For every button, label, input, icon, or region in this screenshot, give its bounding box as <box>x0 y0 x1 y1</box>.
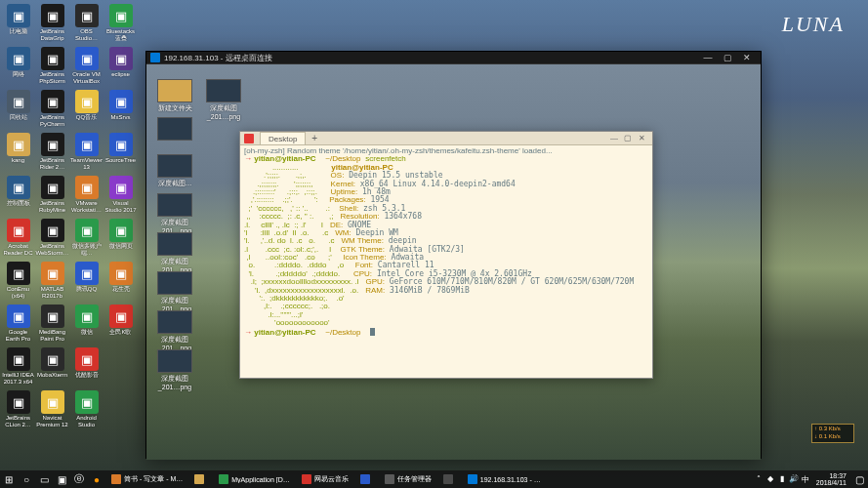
rdp-desktop[interactable]: Desktop + — ▢ ✕ [oh-my-zsh] Random theme… <box>146 64 761 460</box>
taskbar-item-label: 192.168.31.103 - … <box>480 476 541 483</box>
desktop-icon[interactable]: ▣控制面板 <box>2 176 34 217</box>
tray-volume-icon[interactable]: 🔊 <box>789 474 799 484</box>
desktop-icon[interactable]: ▣QQ音乐 <box>70 90 103 131</box>
icon-label: eclipse <box>111 71 130 78</box>
notification-button[interactable]: ▢ <box>852 470 866 488</box>
taskbar-item[interactable]: MyApplication [D… <box>213 470 296 488</box>
desktop-icon[interactable]: ▣kang <box>2 133 34 174</box>
minimize-button[interactable]: — <box>698 52 718 63</box>
icon-label: 全民K歌 <box>109 329 131 336</box>
desktop-icon[interactable]: ▣MxSrvs <box>104 90 137 131</box>
tray-chevron-icon[interactable]: ˄ <box>754 474 764 484</box>
taskbar-item[interactable]: 192.168.31.103 - … <box>462 470 547 488</box>
desktop-icon[interactable]: ▣全民K歌 <box>104 305 137 346</box>
rdp-desktop-icon[interactable]: 深度截图_201…png <box>201 79 246 120</box>
desktop-icon[interactable]: ▣JetBrains PyCharm 2… <box>36 90 68 131</box>
edge-icon[interactable]: ⓔ <box>70 470 88 488</box>
desktop-icon[interactable]: ▣SourceTree <box>104 133 137 174</box>
terminal-tabbar[interactable]: Desktop + — ▢ ✕ <box>240 132 652 145</box>
icon-label: Visual Studio 2017 <box>104 200 137 213</box>
desktop-icon[interactable]: ▣JetBrains RubyMine … <box>36 176 68 217</box>
desktop-icon[interactable]: ▣JetBrains CLion 2… <box>2 390 34 431</box>
taskbar-item[interactable]: 任务管理器 <box>379 470 437 488</box>
desktop-icon[interactable]: ▣腾讯QQ <box>70 262 103 303</box>
rdp-desktop-icon[interactable]: 深度截图… <box>152 154 197 188</box>
desktop-icon[interactable]: ▣VMware Workstati… <box>70 176 103 217</box>
desktop-icon[interactable]: ▣Google Earth Pro <box>2 305 34 346</box>
desktop-icon[interactable]: ▣网络 <box>2 47 34 88</box>
file-explorer-icon[interactable]: ▣ <box>53 470 70 488</box>
terminal-tab[interactable]: Desktop <box>260 132 306 144</box>
desktop-icon[interactable]: ▣花生壳 <box>104 262 137 303</box>
taskbar-clock[interactable]: 18:37 2018/4/11 <box>812 472 850 486</box>
taskbar-item[interactable]: 简书 - 写文章 - M… <box>105 470 188 488</box>
icon-label: OBS Studio… <box>70 28 103 41</box>
desktop-icon[interactable]: ▣Acrobat Reader DC <box>2 219 34 260</box>
rdp-desktop-icon[interactable]: 新建文件夹 <box>152 79 197 113</box>
start-button[interactable]: ⊞ <box>0 470 18 488</box>
icon-label: JetBrains DataGrip 2… <box>36 28 68 42</box>
terminal-minimize-button[interactable]: — <box>607 134 621 142</box>
desktop-icon[interactable]: ▣微信网页 <box>104 219 137 260</box>
taskbar-item[interactable] <box>437 470 462 488</box>
firefox-icon[interactable]: ● <box>88 470 105 488</box>
desktop-icon[interactable]: ▣Android Studio <box>70 390 103 431</box>
rdp-desktop-icon[interactable]: 深度截图_201…png <box>152 232 197 273</box>
tray-ime-icon[interactable]: 中 <box>801 474 810 484</box>
terminal-output[interactable]: [oh-my-zsh] Random theme '/home/yitian/.… <box>240 145 652 338</box>
taskbar-item[interactable]: 网易云音乐 <box>296 470 354 488</box>
search-button[interactable]: ○ <box>18 470 35 488</box>
rdp-desktop-icon[interactable]: 深度截图_201…png <box>152 271 197 312</box>
rdp-titlebar[interactable]: 192.168.31.103 - 远程桌面连接 — ▢ ✕ <box>146 52 761 64</box>
desktop-icon[interactable]: ▣Bluestacks 蓝叠 <box>104 4 137 45</box>
desktop-icon[interactable]: ▣Oracle VM VirtualBox <box>70 47 103 88</box>
task-view-button[interactable]: ▭ <box>35 470 53 488</box>
desktop-icon[interactable]: ▣eclipse <box>104 47 137 88</box>
tray-network-icon[interactable]: ▮ <box>777 474 787 484</box>
desktop-icon[interactable]: ▣Visual Studio 2017 <box>104 176 137 217</box>
system-tray[interactable]: ˄ ◆ ▮ 🔊 中 18:37 2018/4/11 ▢ <box>754 470 868 488</box>
desktop-icon[interactable]: ▣JetBrains WebStorm… <box>36 219 68 260</box>
desktop-icon[interactable]: ▣微信多账户端… <box>70 219 103 260</box>
close-button[interactable]: ✕ <box>737 52 757 63</box>
rdp-desktop-icon[interactable]: 深度截图_201…png <box>152 193 197 234</box>
desktop-icon[interactable]: ▣比电脑 <box>2 4 34 45</box>
app-icon: ▣ <box>41 90 64 113</box>
app-icon: ▣ <box>7 133 30 156</box>
desktop-icon[interactable]: ▣TeamViewer 13 <box>70 133 103 174</box>
new-tab-button[interactable]: + <box>306 133 323 143</box>
app-icon: ▣ <box>109 262 133 285</box>
taskbar-item[interactable] <box>188 470 213 488</box>
desktop-icon[interactable]: ▣ConEmu (x64) <box>2 262 34 303</box>
app-icon: ▣ <box>75 390 99 414</box>
rdp-desktop-icon[interactable]: 深度截图_201…png <box>152 310 197 351</box>
rdp-desktop-icon[interactable]: 深度截图_201…png <box>152 349 197 390</box>
desktop-icon[interactable]: ▣MobaXterm <box>36 347 68 388</box>
app-icon: ▣ <box>75 176 99 199</box>
rdp-desktop-icon[interactable] <box>152 117 197 142</box>
icon-label: 微信网页 <box>109 243 133 250</box>
desktop-icon[interactable]: ▣Navicat Premium 12 <box>36 390 68 431</box>
terminal-close-button[interactable]: ✕ <box>635 134 648 142</box>
app-icon: ▣ <box>41 133 64 156</box>
desktop-icon[interactable]: ▣优酷影音 <box>70 347 103 388</box>
desktop-icon[interactable]: ▣JetBrains PhpStorm … <box>36 47 68 88</box>
taskbar[interactable]: ⊞ ○ ▭ ▣ ⓔ ● 简书 - 写文章 - M…MyApplication [… <box>0 470 868 488</box>
desktop-icon[interactable]: ▣回收站 <box>2 90 34 131</box>
maximize-button[interactable]: ▢ <box>718 52 737 63</box>
desktop-icon[interactable]: ▣JetBrains DataGrip 2… <box>36 4 68 45</box>
desktop-icon[interactable]: ▣JetBrains Rider 2… <box>36 133 68 174</box>
desktop-icon[interactable]: ▣MATLAB R2017b <box>36 262 68 303</box>
taskbar-item[interactable] <box>354 470 379 488</box>
taskbar-app-icon <box>111 474 121 484</box>
terminal-maximize-button[interactable]: ▢ <box>621 134 635 142</box>
net-up: ↑ 0.3 Kb/s <box>814 426 851 433</box>
icon-label: JetBrains CLion 2… <box>2 415 34 427</box>
desktop-icon[interactable]: ▣OBS Studio… <box>70 4 103 45</box>
tray-app-icon[interactable]: ◆ <box>765 474 775 484</box>
desktop-icon[interactable]: ▣微信 <box>70 305 103 346</box>
desktop-icon[interactable]: ▣IntelliJ IDEA 2017.3 x64 <box>2 347 34 388</box>
desktop-icon[interactable]: ▣MediBang Paint Pro <box>36 305 68 346</box>
screenshot-thumbnail <box>157 232 192 256</box>
app-icon: ▣ <box>75 4 99 27</box>
